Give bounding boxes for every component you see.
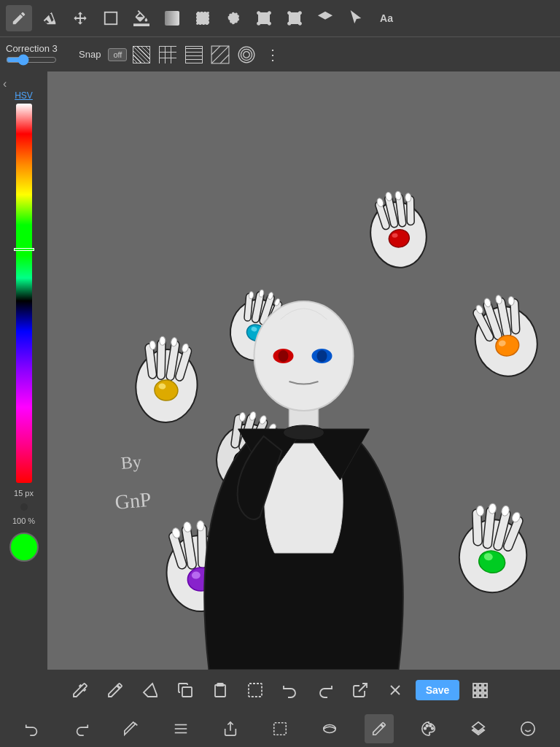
pointer-btn[interactable] — [343, 5, 369, 31]
export-btn[interactable] — [346, 676, 375, 705]
eyedropper2-btn[interactable] — [117, 714, 146, 743]
lines-snap-btn[interactable] — [182, 43, 206, 66]
lasso-tool-btn[interactable] — [220, 5, 246, 31]
svg-point-131 — [432, 727, 434, 729]
svg-line-15 — [211, 46, 229, 63]
svg-text:GnP: GnP — [114, 488, 152, 514]
svg-point-104 — [317, 350, 327, 362]
circle-snap-btn[interactable] — [235, 43, 258, 66]
pen-btn[interactable] — [365, 714, 394, 743]
canvas-area[interactable]: ? — [47, 71, 560, 670]
selection-tool-btn[interactable] — [190, 5, 216, 31]
svg-point-49 — [160, 336, 166, 345]
pencil-bottom-btn[interactable] — [101, 676, 130, 705]
layers2-btn[interactable] — [464, 714, 493, 743]
close-btn[interactable] — [381, 676, 410, 705]
apps-menu-btn[interactable] — [465, 676, 494, 705]
svg-rect-117 — [478, 689, 482, 692]
palette-btn[interactable] — [414, 714, 443, 743]
svg-rect-119 — [473, 694, 477, 697]
correction-slider[interactable] — [6, 54, 57, 66]
svg-rect-118 — [483, 689, 487, 692]
svg-rect-108 — [215, 685, 225, 697]
undo-btn[interactable] — [276, 676, 305, 705]
text-tool-btn[interactable]: Aa — [373, 5, 400, 31]
save-btn[interactable]: Save — [416, 680, 460, 700]
svg-point-5 — [257, 23, 260, 26]
artwork: By GnP — [47, 71, 560, 670]
paste-btn[interactable] — [206, 676, 235, 705]
svg-rect-121 — [483, 694, 487, 697]
svg-rect-45 — [157, 339, 166, 379]
svg-line-110 — [359, 684, 367, 692]
svg-rect-116 — [473, 689, 477, 692]
correction-control: Correction 3 — [6, 43, 67, 66]
eyedropper-btn[interactable] — [66, 676, 95, 705]
more-btn[interactable] — [513, 714, 542, 743]
hatch-icon — [133, 46, 150, 63]
hatch-snap-btn[interactable] — [130, 43, 153, 66]
copy-btn[interactable] — [171, 676, 200, 705]
undo2-btn[interactable] — [18, 714, 47, 743]
svg-point-37 — [249, 291, 254, 298]
svg-point-130 — [429, 725, 432, 727]
bottom-toolbar1: Save — [0, 670, 560, 711]
move-tool-btn[interactable] — [67, 5, 93, 31]
svg-point-11 — [299, 23, 302, 26]
menu-btn[interactable] — [166, 714, 195, 743]
brush-size-label: 15 px — [14, 489, 34, 498]
select-bottom-btn[interactable] — [241, 676, 270, 705]
svg-rect-115 — [483, 684, 487, 687]
redo-btn[interactable] — [311, 676, 340, 705]
svg-rect-107 — [182, 687, 192, 697]
svg-point-3 — [257, 12, 260, 15]
color-gradient[interactable] — [16, 104, 32, 483]
svg-line-14 — [211, 46, 220, 55]
gradient-tool-btn[interactable] — [159, 5, 185, 31]
lines-icon — [185, 46, 203, 63]
svg-rect-0 — [105, 12, 117, 25]
snap-off-btn[interactable]: off — [108, 48, 127, 61]
svg-point-62 — [508, 296, 515, 305]
svg-rect-1 — [197, 12, 209, 25]
correction-label: Correction 3 — [6, 43, 64, 54]
selection2-btn[interactable] — [265, 714, 295, 743]
grid-snap-btn[interactable] — [156, 43, 179, 66]
svg-point-99 — [284, 425, 324, 440]
svg-rect-109 — [249, 684, 262, 697]
warp-tool-btn[interactable] — [281, 5, 308, 31]
blend-btn[interactable] — [315, 714, 344, 743]
eraser-bottom-btn[interactable] — [136, 676, 165, 705]
svg-rect-113 — [473, 684, 477, 687]
svg-point-6 — [268, 23, 271, 26]
share-btn[interactable] — [216, 714, 245, 743]
diagonal-snap-btn[interactable] — [209, 43, 232, 66]
hsv-label[interactable]: HSV — [15, 90, 33, 101]
redo2-btn[interactable] — [67, 714, 96, 743]
top-toolbar: Aa — [0, 0, 560, 36]
snap-label: Snap — [79, 49, 101, 60]
eraser-tool-btn[interactable] — [36, 5, 63, 31]
pencil-tool-btn[interactable] — [6, 5, 32, 31]
svg-point-83 — [197, 521, 204, 531]
svg-point-17 — [244, 51, 250, 58]
svg-line-16 — [220, 55, 229, 63]
svg-point-92 — [476, 506, 483, 516]
active-color-swatch[interactable] — [9, 533, 39, 562]
main-area: ‹ HSV 15 px 100 % ? — [0, 71, 560, 670]
svg-point-29 — [405, 193, 411, 202]
more-icon: ⋮ — [265, 46, 280, 63]
svg-point-100 — [254, 301, 354, 411]
snap-toolbar: Correction 3 Snap off ⋮ — [0, 36, 560, 71]
svg-point-128 — [424, 727, 427, 729]
collapse-panel-btn[interactable]: ‹ — [3, 77, 7, 90]
svg-text:By: By — [120, 452, 142, 473]
transform-tool-btn[interactable] — [251, 5, 277, 31]
svg-rect-120 — [478, 694, 482, 697]
svg-point-102 — [279, 350, 289, 362]
fill-tool-btn[interactable] — [128, 5, 155, 31]
more-snap-btn[interactable]: ⋮ — [261, 43, 284, 66]
layers-btn[interactable] — [312, 5, 338, 31]
svg-rect-126 — [274, 723, 287, 735]
shape-tool-btn[interactable] — [98, 5, 124, 31]
